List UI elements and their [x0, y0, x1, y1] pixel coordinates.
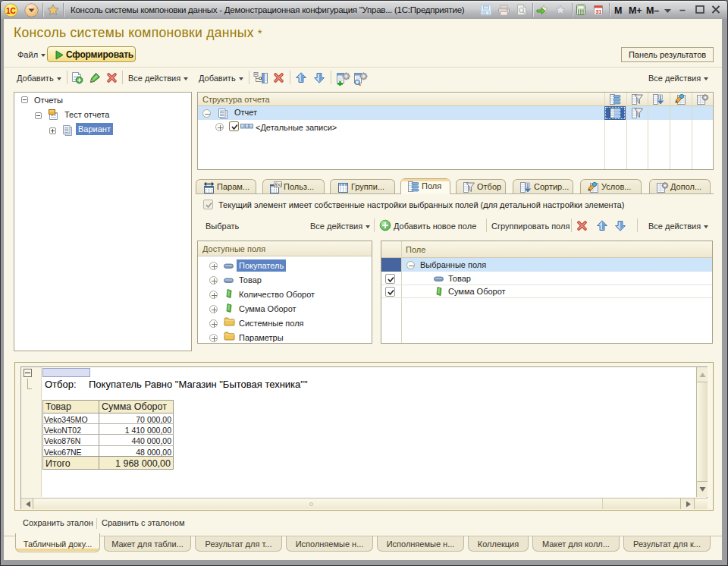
svg-text:1С: 1С — [6, 7, 16, 15]
svg-text:f(x): f(x) — [275, 181, 281, 187]
svg-text:31: 31 — [595, 8, 601, 15]
